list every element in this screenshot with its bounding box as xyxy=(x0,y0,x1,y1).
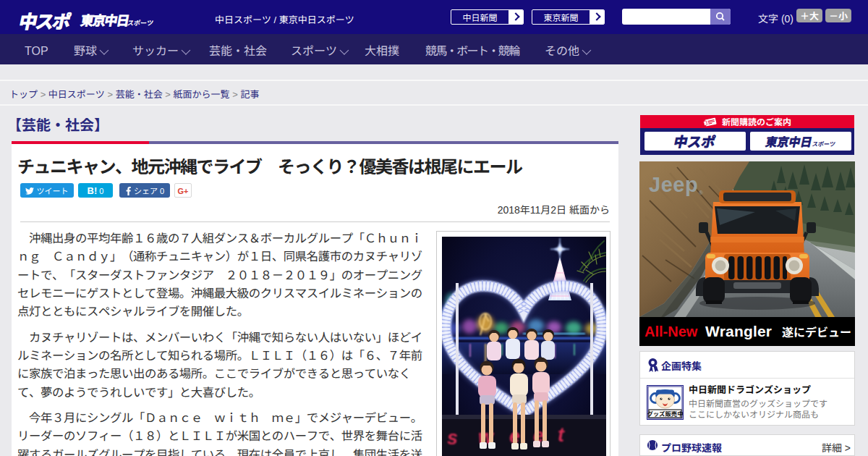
svg-text:s: s xyxy=(447,427,458,449)
svg-text:®: ® xyxy=(699,190,703,196)
svg-text:t: t xyxy=(558,424,565,446)
svg-text:Jeep: Jeep xyxy=(649,173,698,196)
svg-text:グッズ販売中: グッズ販売中 xyxy=(647,409,683,418)
